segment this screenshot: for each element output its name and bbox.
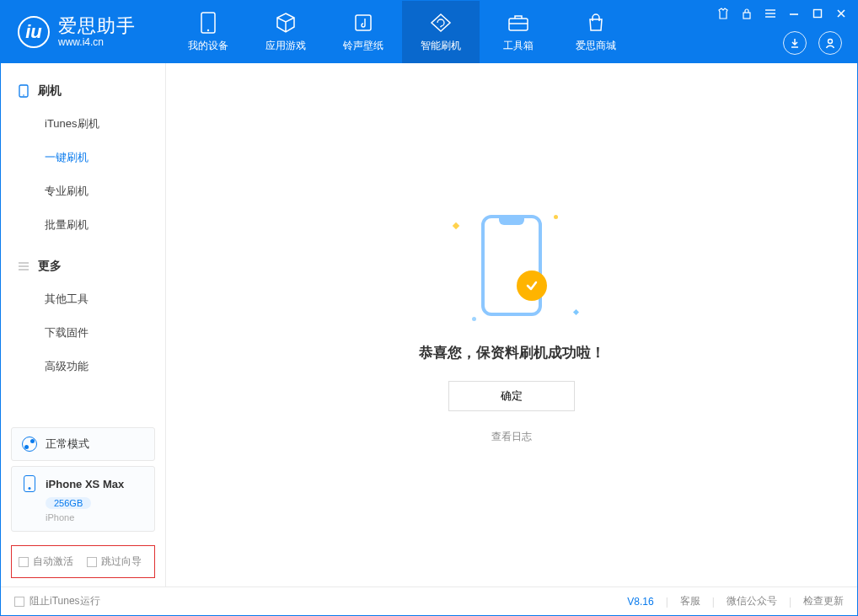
nav-pro-flash[interactable]: 专业刷机	[1, 174, 165, 208]
svg-rect-2	[356, 15, 371, 30]
svg-rect-10	[814, 10, 822, 18]
maximize-icon[interactable]	[810, 6, 825, 21]
refresh-icon	[430, 12, 452, 34]
user-icon[interactable]	[818, 31, 842, 55]
app-title: 爱思助手	[58, 15, 136, 36]
checkbox-icon	[87, 557, 97, 567]
svg-point-13	[829, 40, 833, 44]
phone-icon	[24, 475, 35, 492]
lock-icon[interactable]	[739, 6, 754, 21]
device-type: iPhone	[46, 512, 144, 522]
shirt-icon[interactable]	[716, 6, 731, 21]
checkbox-auto-activate[interactable]: 自动激活	[19, 554, 73, 569]
version-label: V8.16	[627, 596, 653, 608]
nav-section-flash: 刷机	[1, 75, 165, 107]
device-mode-card[interactable]: 正常模式	[11, 427, 155, 461]
check-update-link[interactable]: 检查更新	[803, 594, 844, 608]
sidebar: 刷机 iTunes刷机 一键刷机 专业刷机 批量刷机 更多 其他工具 下载固件 …	[1, 63, 166, 587]
mode-icon	[22, 437, 37, 452]
svg-rect-5	[743, 13, 750, 19]
checkbox-icon	[19, 557, 29, 567]
footer: 阻止iTunes运行 V8.16 | 客服 | 微信公众号 | 检查更新	[1, 587, 857, 615]
main-content: 恭喜您，保资料刷机成功啦！ 确定 查看日志	[166, 63, 857, 587]
nav-other-tools[interactable]: 其他工具	[1, 282, 165, 316]
svg-point-1	[207, 29, 209, 30]
device-icon	[197, 12, 219, 34]
tab-flash[interactable]: 智能刷机	[402, 1, 480, 63]
nav-onekey-flash[interactable]: 一键刷机	[1, 141, 165, 174]
success-message: 恭喜您，保资料刷机成功啦！	[419, 343, 605, 362]
view-log-link[interactable]: 查看日志	[491, 430, 532, 444]
customer-service-link[interactable]: 客服	[680, 594, 700, 608]
mode-label: 正常模式	[46, 437, 89, 452]
flash-options: 自动激活 跳过向导	[11, 545, 155, 578]
nav-section-more: 更多	[1, 250, 165, 282]
music-icon	[352, 12, 374, 34]
check-badge-icon	[517, 271, 547, 301]
ok-button[interactable]: 确定	[448, 381, 575, 411]
tab-device[interactable]: 我的设备	[169, 1, 247, 63]
storage-badge: 256GB	[46, 497, 91, 509]
download-icon[interactable]	[783, 31, 807, 55]
store-icon	[585, 12, 607, 34]
tab-store[interactable]: 爱思商城	[557, 1, 635, 63]
wechat-link[interactable]: 微信公众号	[727, 594, 777, 608]
tab-apps[interactable]: 应用游戏	[247, 1, 324, 63]
logo: iu 爱思助手 www.i4.cn	[1, 15, 169, 48]
nav-batch-flash[interactable]: 批量刷机	[1, 208, 165, 242]
app-subtitle: www.i4.cn	[58, 37, 136, 49]
header-actions	[783, 31, 842, 55]
logo-icon: iu	[18, 16, 50, 48]
success-illustration	[448, 206, 575, 324]
svg-point-15	[23, 94, 24, 96]
main-tabs: 我的设备 应用游戏 铃声壁纸 智能刷机	[169, 1, 635, 63]
close-icon[interactable]	[834, 6, 849, 21]
app-header: iu 爱思助手 www.i4.cn 我的设备 应用游戏	[1, 1, 857, 63]
minimize-icon[interactable]	[786, 6, 802, 21]
tab-toolbox[interactable]: 工具箱	[480, 1, 557, 63]
nav-download-firmware[interactable]: 下载固件	[1, 316, 165, 350]
tab-ringtones[interactable]: 铃声壁纸	[324, 1, 402, 63]
window-controls	[716, 6, 849, 21]
nav-itunes-flash[interactable]: iTunes刷机	[1, 107, 165, 141]
toolbox-icon	[507, 12, 529, 34]
checkbox-icon	[14, 597, 24, 607]
device-info-card[interactable]: iPhone XS Max 256GB iPhone	[11, 466, 155, 532]
checkbox-block-itunes[interactable]: 阻止iTunes运行	[14, 594, 100, 608]
list-icon	[18, 260, 29, 272]
checkbox-skip-guide[interactable]: 跳过向导	[87, 554, 142, 569]
phone-small-icon	[18, 85, 29, 97]
cube-icon	[275, 12, 297, 34]
menu-icon[interactable]	[763, 6, 778, 21]
svg-rect-3	[509, 19, 528, 30]
device-name: iPhone XS Max	[46, 478, 124, 490]
nav-advanced[interactable]: 高级功能	[1, 350, 165, 383]
